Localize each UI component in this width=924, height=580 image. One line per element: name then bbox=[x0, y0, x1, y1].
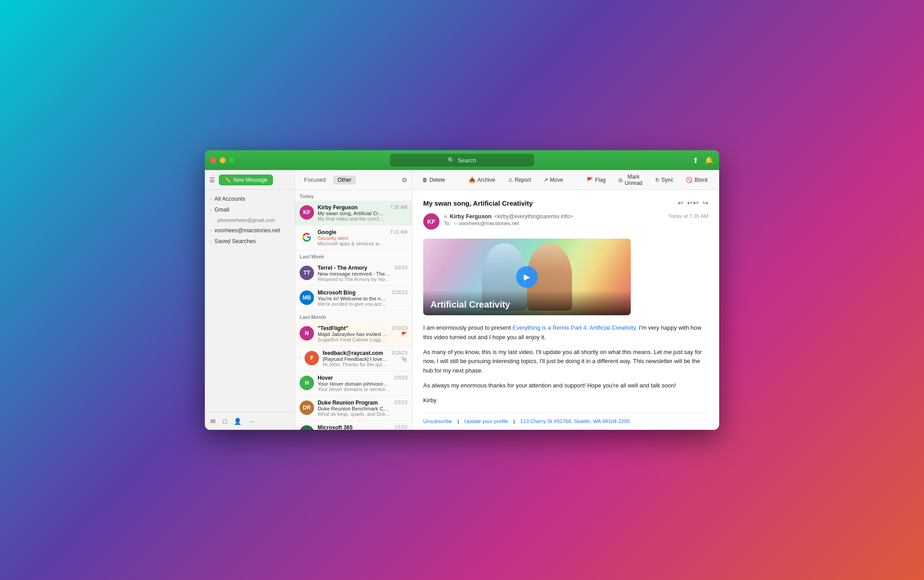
mail-icon[interactable]: ✉ bbox=[210, 418, 216, 425]
sidebar-item-saved-searches[interactable]: › Saved Searches bbox=[205, 236, 295, 247]
archive-button[interactable]: 📥 Archive bbox=[466, 175, 498, 184]
forward-icon[interactable]: ↪ bbox=[702, 199, 708, 207]
email-item[interactable]: KF Kirby Ferguson My swan song, Artifici… bbox=[295, 201, 412, 226]
email-timestamp: Today at 7:35 AM bbox=[668, 213, 708, 219]
move-button[interactable]: ↗ Move bbox=[541, 175, 566, 184]
update-profile-link[interactable]: Update your profile bbox=[464, 419, 508, 424]
email-subject: [Raycast Feedback] I love the new deepli… bbox=[323, 356, 388, 362]
calendar-icon[interactable]: □ bbox=[223, 418, 226, 425]
sidebar-item-all-accounts[interactable]: › All Accounts bbox=[205, 193, 295, 204]
contacts-icon[interactable]: 👤 bbox=[234, 418, 241, 425]
avatar bbox=[300, 230, 314, 244]
email-time: 2/28/23 bbox=[392, 290, 407, 295]
sidebar-toolbar: ☰ ✏️ New Message bbox=[205, 170, 295, 190]
email-item[interactable]: Google Security alert Microsoft apps & s… bbox=[295, 226, 412, 250]
unsubscribe-link[interactable]: Unsubscribe bbox=[423, 419, 452, 424]
email-subject: My swan song, Artificial Creativity bbox=[318, 211, 386, 216]
detail-header-row: My swan song, Artificial Creativity ↩ ↩↩… bbox=[423, 199, 708, 207]
email-sender: Duke Reunion Program bbox=[318, 400, 391, 406]
email-detail-content: My swan song, Artificial Creativity ↩ ↩↩… bbox=[412, 190, 719, 430]
move-icon: ↗ bbox=[544, 177, 548, 183]
hamburger-icon[interactable]: ☰ bbox=[209, 176, 215, 184]
avatar: H bbox=[300, 376, 314, 390]
body-sign: Kirby bbox=[423, 396, 708, 405]
play-button[interactable]: ▶ bbox=[516, 266, 538, 288]
reply-icon[interactable]: ↩ bbox=[678, 199, 684, 207]
email-item[interactable]: M Microsoft 365 Set up Microsoft 365 Wor… bbox=[295, 421, 412, 430]
email-sender: "TestFlight" bbox=[318, 325, 388, 331]
email-item[interactable]: TT Terrel - The Armory New message recei… bbox=[295, 261, 412, 286]
email-meta: 2/19/23 🚩 bbox=[392, 325, 407, 337]
email-preview: My final video and the conclusion of the… bbox=[318, 216, 386, 221]
filter-icon[interactable]: ⚙ bbox=[402, 176, 407, 184]
email-preview: SugarBot Food Calorie Logger By Majid Ja… bbox=[318, 337, 388, 342]
chevron-icon: › bbox=[210, 228, 212, 233]
email-time: 2/2/23 bbox=[394, 400, 407, 405]
email-sender: Microsoft Bing bbox=[318, 290, 388, 296]
more-button[interactable]: ... bbox=[718, 175, 719, 184]
email-meta: 7:21 AM bbox=[390, 229, 407, 235]
more-icon[interactable]: ··· bbox=[249, 418, 254, 425]
new-message-button[interactable]: ✏️ New Message bbox=[219, 175, 273, 185]
tab-focused[interactable]: Focused bbox=[300, 175, 330, 184]
search-icon: 🔍 bbox=[448, 157, 455, 164]
minimize-button[interactable] bbox=[220, 157, 226, 163]
sync-button[interactable]: ↻ Sync bbox=[652, 175, 676, 184]
sidebar-item-voorhees[interactable]: › voorhees@macstories.net bbox=[205, 225, 295, 236]
search-bar[interactable]: 🔍 Search bbox=[390, 154, 534, 166]
section-today: Today bbox=[295, 190, 412, 201]
avatar: F bbox=[305, 351, 319, 365]
email-header: KF Kirby Ferguson <kirby@everythingisare… bbox=[423, 213, 708, 230]
thumbnail-title: Artificial Creativity bbox=[423, 290, 631, 315]
search-label: Search bbox=[457, 157, 476, 164]
close-button[interactable] bbox=[210, 157, 216, 163]
email-item[interactable]: › F feedback@raycast.com [Raycast Feedba… bbox=[295, 346, 412, 371]
email-info: Microsoft Bing You're in! Welcome to the… bbox=[318, 290, 388, 307]
block-button[interactable]: 🚫 Block bbox=[683, 175, 710, 184]
report-button[interactable]: ⚠ Report bbox=[505, 175, 534, 184]
email-info: Microsoft 365 Set up Microsoft 365 World… bbox=[318, 424, 391, 430]
sidebar-gmail-email: johnvoorhees@gmail.com bbox=[205, 215, 295, 225]
email-item[interactable]: N "TestFlight" Majid Jabrayilov has invi… bbox=[295, 322, 412, 346]
email-item[interactable]: MB Microsoft Bing You're in! Welcome to … bbox=[295, 286, 412, 311]
reply-all-icon[interactable]: ↩↩ bbox=[687, 199, 699, 207]
sender-avatar: KF bbox=[423, 213, 439, 230]
traffic-lights bbox=[210, 157, 235, 163]
delete-button[interactable]: 🗑 Delete bbox=[420, 175, 448, 184]
email-subject: Duke Reunion Benchmark Challenge: Who... bbox=[318, 406, 391, 411]
email-list-content: Today KF Kirby Ferguson My swan song, Ar… bbox=[295, 190, 412, 430]
email-subject: New message received - The Armory | Jo..… bbox=[318, 271, 391, 276]
tab-other[interactable]: Other bbox=[333, 175, 356, 184]
email-item[interactable]: DR Duke Reunion Program Duke Reunion Ben… bbox=[295, 396, 412, 421]
detail-actions: ↩ ↩↩ ↪ bbox=[678, 199, 708, 207]
mark-unread-button[interactable]: ◎ Mark Unread bbox=[615, 172, 645, 188]
sidebar-item-gmail[interactable]: › Gmail bbox=[205, 204, 295, 215]
share-icon[interactable]: ⬆ bbox=[693, 156, 698, 165]
address-link[interactable]: 113 Cherry St #92768, Seattle, WA 98104-… bbox=[520, 419, 630, 424]
sender-name-row: Kirby Ferguson <kirby@everythingisaremix… bbox=[444, 213, 668, 220]
email-item[interactable]: H Hover Your Hover domain johnvoorhees.c… bbox=[295, 371, 412, 396]
email-meta: 2/3/23 bbox=[394, 375, 407, 380]
email-preview: We're excited to give you access to an e… bbox=[318, 301, 388, 307]
flag-button[interactable]: 🚩 Flag bbox=[584, 175, 608, 184]
app-window: 🔍 Search ⬆ 🔔 ☰ ✏️ New Message › All Acco… bbox=[205, 150, 719, 430]
email-sender: Kirby Ferguson bbox=[318, 204, 386, 211]
titlebar: 🔍 Search ⬆ 🔔 bbox=[205, 150, 719, 170]
sender-name: Kirby Ferguson bbox=[450, 213, 491, 220]
email-time: 7:21 AM bbox=[390, 229, 407, 235]
maximize-button[interactable] bbox=[229, 157, 235, 163]
thread-expand-icon[interactable]: › bbox=[300, 354, 301, 359]
email-preview: Hi John, Thanks for the quick reply! I'v… bbox=[323, 362, 388, 367]
block-icon: 🚫 bbox=[686, 177, 693, 183]
avatar: TT bbox=[300, 266, 314, 280]
email-meta: 2/16/23 📎 bbox=[392, 350, 407, 362]
email-time: 3/2/23 bbox=[394, 265, 407, 270]
email-thumbnail[interactable]: ▶ Artificial Creativity bbox=[423, 239, 631, 315]
email-info: feedback@raycast.com [Raycast Feedback] … bbox=[323, 350, 388, 367]
body-link[interactable]: Everything is a Remix Part 4: Artificial… bbox=[513, 324, 637, 331]
archive-icon: 📥 bbox=[469, 177, 476, 183]
notification-icon[interactable]: 🔔 bbox=[705, 156, 714, 165]
email-info: Duke Reunion Program Duke Reunion Benchm… bbox=[318, 400, 391, 417]
email-detail: 🗑 Delete 📥 Archive ⚠ Report ↗ Move bbox=[412, 170, 719, 430]
email-subject: Majid Jabrayilov has invited you to test… bbox=[318, 331, 388, 337]
